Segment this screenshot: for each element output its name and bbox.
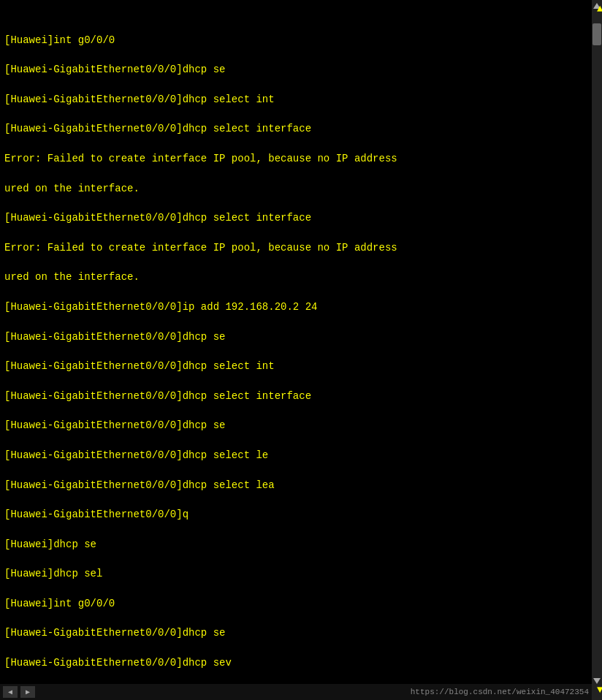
terminal-line: [Huawei]dhcp sel [4, 566, 598, 581]
scroll-left-arrow[interactable]: ◀ [3, 686, 18, 698]
bottom-bar: ◀ ▶ https://blog.csdn.net/weixin_4047235… [0, 684, 592, 700]
terminal-line: Error: Failed to create interface IP poo… [4, 240, 598, 255]
scroll-right-arrow[interactable]: ▶ [20, 686, 35, 698]
terminal-line: [Huawei-GigabitEthernet0/0/0]dhcp select… [4, 210, 598, 225]
terminal-line: [Huawei-GigabitEthernet0/0/0]dhcp select… [4, 92, 598, 107]
terminal-line: [Huawei]int g0/0/0 [4, 596, 598, 611]
watermark-text: https://blog.csdn.net/weixin_40472354 [411, 688, 589, 696]
horizontal-scroll-arrows[interactable]: ◀ ▶ [3, 686, 35, 698]
terminal-line: [Huawei-GigabitEthernet0/0/0]ip add 192.… [4, 300, 598, 314]
terminal-line: ured on the interface. [4, 181, 598, 196]
terminal-line: [Huawei]int g0/0/0 [4, 33, 598, 47]
terminal-line: [Huawei-GigabitEthernet0/0/0]dhcp se [4, 625, 598, 640]
scroll-down-arrow[interactable]: ▼ [593, 678, 601, 684]
scrollbar-thumb[interactable] [593, 23, 601, 45]
terminal-line: ured on the interface. [4, 270, 598, 284]
terminal-line: [Huawei-GigabitEthernet0/0/0]dhcp se [4, 330, 598, 344]
scroll-up-arrow[interactable]: ▲ [593, 3, 601, 9]
terminal-output: [Huawei]int g0/0/0 [Huawei-GigabitEthern… [0, 0, 602, 700]
terminal-line: [Huawei-GigabitEthernet0/0/0]dhcp select… [4, 359, 598, 373]
terminal-window: [Huawei]int g0/0/0 [Huawei-GigabitEthern… [0, 0, 602, 700]
terminal-line: [Huawei-GigabitEthernet0/0/0]dhcp sev [4, 655, 598, 670]
terminal-line: [Huawei-GigabitEthernet0/0/0]dhcp se [4, 62, 598, 77]
terminal-line: [Huawei-GigabitEthernet0/0/0]dhcp select… [4, 448, 598, 463]
terminal-line: [Huawei]dhcp se [4, 537, 598, 552]
terminal-line: [Huawei-GigabitEthernet0/0/0]dhcp select… [4, 121, 598, 136]
terminal-line: [Huawei-GigabitEthernet0/0/0]dhcp se [4, 418, 598, 433]
terminal-line: Error: Failed to create interface IP poo… [4, 151, 598, 166]
terminal-line: [Huawei-GigabitEthernet0/0/0]dhcp select… [4, 389, 598, 403]
terminal-line: [Huawei-GigabitEthernet0/0/0]q [4, 507, 598, 522]
vertical-scrollbar[interactable]: ▲ ▼ [592, 0, 602, 700]
terminal-line: [Huawei-GigabitEthernet0/0/0]dhcp select… [4, 478, 598, 492]
